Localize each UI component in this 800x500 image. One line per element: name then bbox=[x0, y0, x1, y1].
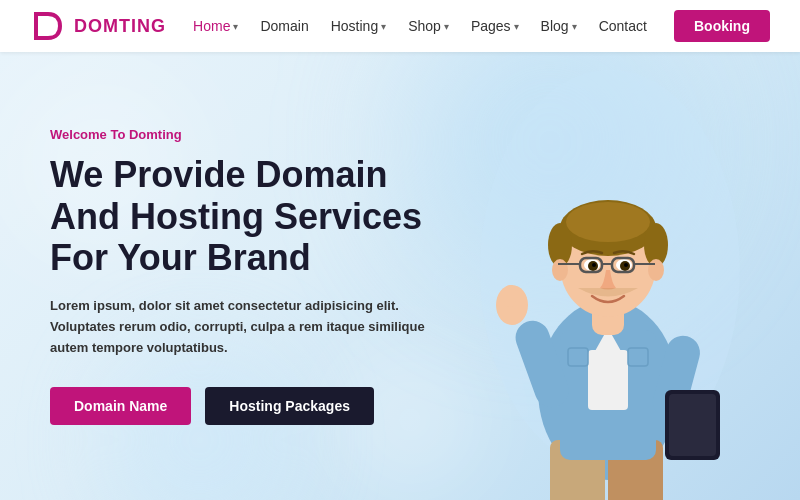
hero-section: Welcome To Domting We Provide Domain And… bbox=[0, 52, 800, 500]
nav-hosting[interactable]: Hosting ▾ bbox=[331, 18, 386, 34]
header: DOMTING Home ▾ Domain Hosting ▾ Shop ▾ P… bbox=[0, 0, 800, 52]
svg-point-20 bbox=[648, 259, 664, 281]
svg-rect-12 bbox=[669, 394, 716, 456]
hero-content: Welcome To Domting We Provide Domain And… bbox=[0, 127, 480, 425]
hero-heading: We Provide Domain And Hosting Services F… bbox=[50, 154, 430, 278]
svg-point-26 bbox=[624, 263, 628, 267]
domain-name-button[interactable]: Domain Name bbox=[50, 387, 191, 425]
person-illustration bbox=[460, 70, 760, 500]
chevron-down-icon: ▾ bbox=[233, 21, 238, 32]
logo-text: DOMTING bbox=[74, 16, 166, 37]
chevron-down-icon: ▾ bbox=[381, 21, 386, 32]
chevron-down-icon: ▾ bbox=[572, 21, 577, 32]
svg-rect-9 bbox=[504, 285, 516, 307]
hero-buttons: Domain Name Hosting Packages bbox=[50, 387, 430, 425]
svg-point-25 bbox=[592, 263, 596, 267]
hosting-packages-button[interactable]: Hosting Packages bbox=[205, 387, 374, 425]
logo-icon bbox=[30, 8, 66, 44]
chevron-down-icon: ▾ bbox=[444, 21, 449, 32]
nav-blog[interactable]: Blog ▾ bbox=[541, 18, 577, 34]
nav-shop[interactable]: Shop ▾ bbox=[408, 18, 449, 34]
booking-button[interactable]: Booking bbox=[674, 10, 770, 42]
svg-point-18 bbox=[566, 202, 650, 242]
hero-description: Lorem ipsum, dolor sit amet consectetur … bbox=[50, 296, 430, 358]
nav-home[interactable]: Home ▾ bbox=[193, 18, 238, 34]
logo: DOMTING bbox=[30, 8, 166, 44]
svg-rect-6 bbox=[588, 350, 628, 410]
main-nav: Home ▾ Domain Hosting ▾ Shop ▾ Pages ▾ B… bbox=[193, 18, 647, 34]
nav-domain[interactable]: Domain bbox=[260, 18, 308, 34]
hero-welcome: Welcome To Domting bbox=[50, 127, 430, 142]
chevron-down-icon: ▾ bbox=[514, 21, 519, 32]
nav-pages[interactable]: Pages ▾ bbox=[471, 18, 519, 34]
svg-point-19 bbox=[552, 259, 568, 281]
nav-contact[interactable]: Contact bbox=[599, 18, 647, 34]
